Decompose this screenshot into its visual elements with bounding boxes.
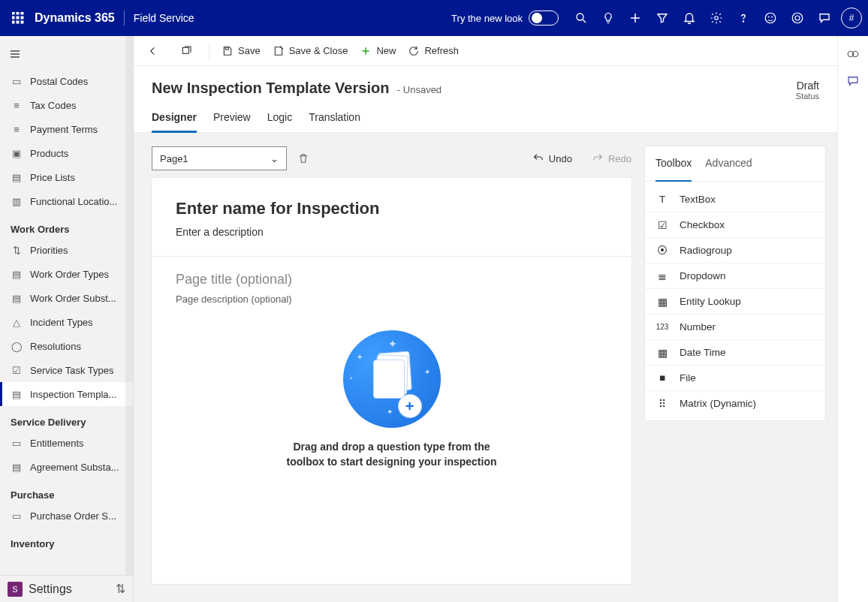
building-icon: ▥ [11, 195, 23, 207]
open-new-window-button[interactable] [176, 45, 197, 57]
plus-icon: + [399, 395, 421, 417]
designer-canvas: Enter name for Inspection Enter a descri… [152, 178, 631, 584]
svg-point-9 [577, 14, 583, 20]
dropdown-icon: ≣ [656, 269, 669, 283]
svg-rect-8 [21, 21, 23, 23]
sidebar-item-tax-codes[interactable]: ≡Tax Codes [0, 93, 133, 117]
toolbox-item-number[interactable]: 123Number [645, 314, 825, 339]
chevron-updown-icon: ⇅ [116, 582, 125, 596]
sidebar-item-entitlements[interactable]: ▭Entitlements [0, 431, 133, 455]
redo-button[interactable]: Redo [592, 152, 631, 164]
new-button[interactable]: New [360, 45, 396, 57]
sidebar-item-products[interactable]: ▣Products [0, 141, 133, 165]
sidebar-item-price-lists[interactable]: ▤Price Lists [0, 165, 133, 189]
toolbox-item-datetime[interactable]: ▦Date Time [645, 339, 825, 365]
toolbox-item-entity-lookup[interactable]: ▦Entity Lookup [645, 288, 825, 314]
sidebar-item-functional-locations[interactable]: ▥Functional Locatio... [0, 189, 133, 213]
tab-preview[interactable]: Preview [213, 111, 251, 132]
teams-chat-icon[interactable] [844, 72, 862, 90]
inspection-description-input[interactable]: Enter a description [176, 226, 607, 238]
divider [152, 256, 631, 257]
toolbox-item-textbox[interactable]: TTextBox [645, 186, 825, 212]
page-description-input[interactable]: Page description (optional) [176, 293, 607, 305]
svg-rect-5 [21, 17, 23, 19]
svg-rect-3 [12, 17, 14, 19]
delete-page-button[interactable] [296, 151, 311, 166]
tab-logic[interactable]: Logic [267, 111, 292, 132]
copilot-icon[interactable] [844, 45, 862, 63]
app-name-label[interactable]: Field Service [134, 12, 194, 24]
tab-designer[interactable]: Designer [152, 111, 197, 133]
back-button[interactable] [143, 45, 164, 57]
checkbox-icon: ☑ [656, 218, 669, 232]
unsaved-label: - Unsaved [397, 84, 442, 95]
avatar-initial: # [849, 13, 854, 23]
stack-icon: ≡ [11, 123, 23, 135]
svg-rect-1 [17, 12, 19, 14]
sidebar-area-switcher[interactable]: S Settings ⇅ [0, 575, 133, 602]
svg-rect-4 [17, 17, 19, 19]
page-selector-dropdown[interactable]: Page1 ⌄ [152, 146, 287, 170]
sidebar-item-priorities[interactable]: ⇅Priorities [0, 238, 133, 262]
sidebar-item-inspection-templates[interactable]: ▤Inspection Templa... [0, 382, 133, 406]
form-tabs: Designer Preview Logic Translation [134, 101, 837, 133]
lightbulb-icon[interactable] [595, 0, 622, 36]
sidebar-item-purchase-order-s[interactable]: ▭Purchase Order S... [0, 504, 133, 528]
undo-button[interactable]: Undo [532, 152, 572, 164]
sidebar-item-service-task-types[interactable]: ☑Service Task Types [0, 358, 133, 382]
toolbox-item-matrix[interactable]: ⠿Matrix (Dynamic) [645, 390, 825, 416]
plus-icon[interactable] [622, 0, 649, 36]
svg-rect-23 [182, 47, 188, 53]
gear-icon[interactable] [703, 0, 730, 36]
svg-rect-7 [17, 21, 19, 23]
sidebar-item-incident-types[interactable]: △Incident Types [0, 310, 133, 334]
page-title-input[interactable]: Page title (optional) [176, 272, 607, 287]
sidebar-item-postal-codes[interactable]: ▭Postal Codes [0, 69, 133, 93]
text-icon: T [656, 192, 669, 206]
sidebar-item-resolutions[interactable]: ◯Resolutions [0, 334, 133, 358]
search-icon[interactable] [568, 0, 595, 36]
toolbox-item-radiogroup[interactable]: ⦿Radiogroup [645, 237, 825, 263]
try-new-look-toggle[interactable] [529, 11, 559, 26]
tab-translation[interactable]: Translation [309, 111, 360, 132]
save-button[interactable]: Save [222, 45, 261, 57]
calendar-icon: ▦ [656, 346, 669, 360]
sidebar-item-work-order-subst[interactable]: ▤Work Order Subst... [0, 286, 133, 310]
status-value: Draft [796, 80, 819, 92]
toolbox-tab-advanced[interactable]: Advanced [705, 157, 752, 173]
bell-icon[interactable] [676, 0, 703, 36]
inspection-name-input[interactable]: Enter name for Inspection [176, 199, 607, 218]
svg-point-16 [768, 17, 769, 17]
svg-point-15 [765, 13, 776, 23]
help-icon[interactable] [730, 0, 757, 36]
sidebar-group-inventory: Inventory [0, 528, 133, 549]
document-icon: ▭ [11, 75, 23, 87]
area-badge: S [8, 582, 23, 597]
sidebar-group-service-delivery: Service Delivery [0, 406, 133, 431]
warning-icon: △ [11, 316, 23, 328]
command-bar: Save Save & Close New Refresh [134, 36, 837, 66]
sidebar-item-work-order-types[interactable]: ▤Work Order Types [0, 262, 133, 286]
sidebar-group-work-orders: Work Orders [0, 213, 133, 238]
sidebar-item-payment-terms[interactable]: ≡Payment Terms [0, 117, 133, 141]
sidebar-item-agreement-substa[interactable]: ▤Agreement Substa... [0, 455, 133, 479]
chat-icon[interactable] [811, 0, 838, 36]
assist-icon[interactable] [784, 0, 811, 36]
hamburger-icon[interactable] [0, 39, 133, 69]
svg-point-19 [792, 13, 803, 23]
chevron-down-icon: ⌄ [270, 153, 279, 164]
save-close-button[interactable]: Save & Close [273, 45, 348, 57]
filter-icon[interactable] [649, 0, 676, 36]
brand-label[interactable]: Dynamics 365 [35, 11, 115, 25]
toolbox-item-checkbox[interactable]: ☑Checkbox [645, 212, 825, 237]
toolbox-item-dropdown[interactable]: ≣Dropdown [645, 263, 825, 288]
svg-point-17 [772, 17, 773, 17]
waffle-icon[interactable] [6, 0, 30, 36]
smiley-icon[interactable] [757, 0, 784, 36]
file-icon: ■ [656, 372, 669, 385]
question-dropzone[interactable]: ✦✦✦✦✦ + Drag and drop a question type fr… [176, 323, 607, 499]
refresh-button[interactable]: Refresh [408, 45, 459, 57]
toolbox-tab-toolbox[interactable]: Toolbox [656, 157, 692, 182]
toolbox-item-file[interactable]: ■File [645, 365, 825, 390]
avatar[interactable]: # [841, 8, 862, 29]
